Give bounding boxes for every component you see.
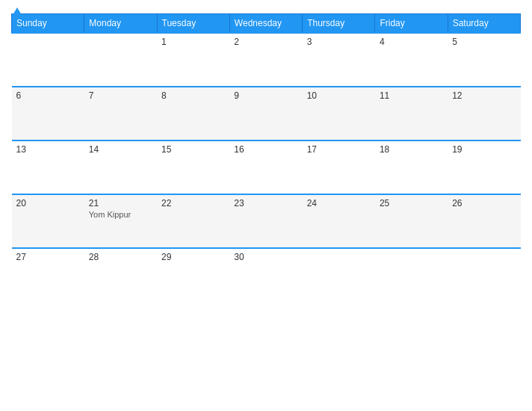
day-number: 27 bbox=[16, 252, 80, 262]
day-number: 29 bbox=[161, 252, 225, 262]
day-number: 5 bbox=[452, 37, 516, 47]
day-number: 9 bbox=[234, 90, 297, 101]
calendar-cell: 5 bbox=[448, 33, 520, 87]
calendar-cell bbox=[12, 33, 84, 87]
day-number: 18 bbox=[380, 144, 443, 155]
calendar-thead: SundayMondayTuesdayWednesdayThursdayFrid… bbox=[12, 14, 521, 34]
day-number: 6 bbox=[16, 90, 80, 101]
calendar-cell: 30 bbox=[229, 248, 302, 302]
calendar-cell: 10 bbox=[303, 87, 375, 140]
logo-triangle-icon bbox=[13, 7, 22, 15]
day-number: 25 bbox=[380, 198, 443, 208]
weekday-header-monday: Monday bbox=[84, 14, 157, 34]
calendar-cell: 19 bbox=[448, 140, 520, 194]
calendar-cell: 1 bbox=[157, 33, 229, 87]
calendar-cell: 15 bbox=[157, 140, 229, 194]
calendar-table: SundayMondayTuesdayWednesdayThursdayFrid… bbox=[11, 13, 521, 302]
day-number: 12 bbox=[452, 90, 516, 101]
calendar-cell: 14 bbox=[84, 140, 157, 194]
day-number: 28 bbox=[89, 252, 152, 262]
calendar-cell: 2 bbox=[229, 33, 302, 87]
day-number: 21 bbox=[89, 198, 152, 208]
week-row-1: 6789101112 bbox=[12, 87, 521, 140]
calendar-cell bbox=[448, 248, 520, 302]
calendar-cell: 7 bbox=[84, 87, 157, 140]
weekday-header-saturday: Saturday bbox=[448, 14, 520, 34]
calendar-cell: 16 bbox=[229, 140, 302, 194]
weekday-header-tuesday: Tuesday bbox=[157, 14, 229, 34]
calendar-cell: 8 bbox=[157, 87, 229, 140]
day-number: 22 bbox=[161, 198, 225, 208]
calendar-cell: 11 bbox=[375, 87, 448, 140]
calendar-cell: 24 bbox=[303, 194, 375, 248]
weekday-header-sunday: Sunday bbox=[12, 14, 84, 34]
calendar-cell: 3 bbox=[303, 33, 375, 87]
day-number: 3 bbox=[307, 37, 371, 47]
calendar-cell: 12 bbox=[448, 87, 520, 140]
calendar-cell: 13 bbox=[12, 140, 84, 194]
day-number: 15 bbox=[161, 144, 225, 155]
day-number: 20 bbox=[16, 198, 80, 208]
calendar-cell: 25 bbox=[375, 194, 448, 248]
week-row-4: 27282930 bbox=[12, 248, 521, 302]
calendar-cell bbox=[84, 33, 157, 87]
calendar-cell: 9 bbox=[229, 87, 302, 140]
calendar-cell: 28 bbox=[84, 248, 157, 302]
calendar-container: SundayMondayTuesdayWednesdayThursdayFrid… bbox=[0, 0, 532, 411]
day-number: 13 bbox=[16, 144, 80, 155]
day-number: 16 bbox=[234, 144, 297, 155]
day-number: 8 bbox=[161, 90, 225, 101]
calendar-cell bbox=[303, 248, 375, 302]
day-number: 2 bbox=[234, 37, 297, 47]
calendar-cell: 21Yom Kippur bbox=[84, 194, 157, 248]
calendar-cell bbox=[375, 248, 448, 302]
day-number: 30 bbox=[234, 252, 297, 262]
day-number: 17 bbox=[307, 144, 371, 155]
day-number: 10 bbox=[307, 90, 371, 101]
day-number: 14 bbox=[89, 144, 152, 155]
event-label: Yom Kippur bbox=[89, 210, 152, 219]
calendar-cell: 6 bbox=[12, 87, 84, 140]
day-number: 23 bbox=[234, 198, 297, 208]
weekday-header-thursday: Thursday bbox=[303, 14, 375, 34]
weekday-header-friday: Friday bbox=[375, 14, 448, 34]
calendar-cell: 17 bbox=[303, 140, 375, 194]
day-number: 11 bbox=[380, 90, 443, 101]
calendar-cell: 4 bbox=[375, 33, 448, 87]
week-row-2: 13141516171819 bbox=[12, 140, 521, 194]
calendar-cell: 23 bbox=[229, 194, 302, 248]
day-number: 7 bbox=[89, 90, 152, 101]
weekday-header-wednesday: Wednesday bbox=[229, 14, 302, 34]
calendar-cell: 26 bbox=[448, 194, 520, 248]
weekday-header-row: SundayMondayTuesdayWednesdayThursdayFrid… bbox=[12, 14, 521, 34]
day-number: 4 bbox=[380, 37, 443, 47]
day-number: 26 bbox=[452, 198, 516, 208]
calendar-cell: 27 bbox=[12, 248, 84, 302]
calendar-tbody: 123456789101112131415161718192021Yom Kip… bbox=[12, 33, 521, 302]
week-row-3: 2021Yom Kippur2223242526 bbox=[12, 194, 521, 248]
day-number: 1 bbox=[161, 37, 225, 47]
calendar-cell: 18 bbox=[375, 140, 448, 194]
logo bbox=[11, 7, 22, 15]
calendar-cell: 29 bbox=[157, 248, 229, 302]
day-number: 24 bbox=[307, 198, 371, 208]
week-row-0: 12345 bbox=[12, 33, 521, 87]
calendar-cell: 20 bbox=[12, 194, 84, 248]
day-number: 19 bbox=[452, 144, 516, 155]
calendar-cell: 22 bbox=[157, 194, 229, 248]
